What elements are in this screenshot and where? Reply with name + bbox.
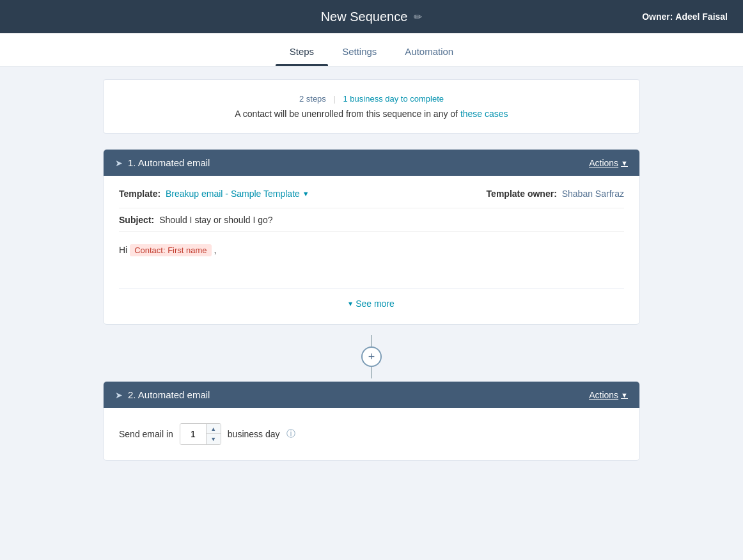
step-1-body: Template: Breakup email - Sample Templat…: [104, 176, 639, 324]
send-in-input[interactable]: [180, 424, 206, 444]
step-2-title: ➤ 2. Automated email: [115, 389, 210, 400]
subject-value: Should I stay or should I go?: [159, 215, 272, 225]
see-more-label: See more: [356, 299, 395, 309]
info-icon: ⓘ: [286, 428, 295, 440]
unenroll-text: A contact will be unenrolled from this s…: [235, 109, 458, 119]
step-1-label: 1. Automated email: [128, 157, 210, 168]
send-in-arrows: ▲ ▼: [206, 424, 221, 444]
step-1-template-field: Template: Breakup email - Sample Templat…: [119, 189, 309, 199]
send-in-row: Send email in ▲ ▼ business day ⓘ: [119, 421, 624, 447]
see-more-row: ▾ See more: [119, 288, 624, 311]
step-1-actions-chevron: ▼: [621, 159, 628, 167]
body-postfix: ,: [214, 245, 216, 255]
tab-steps[interactable]: Steps: [276, 37, 328, 66]
step-2-actions-chevron: ▼: [621, 391, 628, 399]
owner-info: Owner: Adeel Faisal: [642, 12, 728, 22]
template-label: Template:: [119, 189, 160, 199]
send-in-unit: business day: [228, 429, 280, 439]
step-2-header: ➤ 2. Automated email Actions ▼: [104, 382, 639, 408]
template-owner-value: Shaban Sarfraz: [562, 189, 624, 199]
step-2-body: Send email in ▲ ▼ business day ⓘ: [104, 408, 639, 460]
completion-time: 1 business day to complete: [343, 94, 444, 104]
connector-line-bottom: [371, 367, 372, 378]
owner-label: Owner:: [642, 12, 673, 22]
add-step-button[interactable]: +: [361, 346, 382, 367]
step-2-card: ➤ 2. Automated email Actions ▼ Send emai…: [103, 381, 640, 461]
template-link[interactable]: Breakup email - Sample Template ▼: [166, 189, 309, 199]
step-1-subject-row: Subject: Should I stay or should I go?: [119, 208, 624, 232]
these-cases-link[interactable]: these cases: [460, 109, 508, 119]
subject-label: Subject:: [119, 215, 154, 225]
edit-title-icon[interactable]: ✏: [414, 11, 422, 23]
step-2-actions-button[interactable]: Actions ▼: [589, 390, 628, 400]
owner-name: Adeel Faisal: [675, 12, 728, 22]
tab-settings[interactable]: Settings: [328, 37, 391, 66]
personalization-token: Contact: First name: [130, 244, 211, 256]
template-owner-label: Template owner:: [487, 189, 557, 199]
tabs-bar: Steps Settings Automation: [0, 33, 743, 66]
send-icon-1: ➤: [115, 158, 123, 168]
connector-line-top: [371, 335, 372, 346]
step-2-actions-label: Actions: [589, 390, 618, 400]
send-in-label: Send email in: [119, 429, 173, 439]
page-title-group: New Sequence ✏: [321, 10, 423, 24]
send-in-up-arrow[interactable]: ▲: [207, 424, 221, 434]
tab-automation[interactable]: Automation: [391, 37, 467, 66]
step-2-label: 2. Automated email: [128, 389, 210, 400]
see-more-chevron-icon: ▾: [348, 299, 352, 308]
step-1-actions-button[interactable]: Actions ▼: [589, 158, 628, 168]
send-icon-2: ➤: [115, 390, 123, 400]
template-chevron-icon: ▼: [302, 190, 309, 198]
step-1-title: ➤ 1. Automated email: [115, 157, 210, 168]
stats-divider: |: [333, 94, 335, 104]
summary-box: 2 steps | 1 business day to complete A c…: [103, 79, 640, 134]
send-in-down-arrow[interactable]: ▼: [207, 434, 221, 444]
unenroll-info: A contact will be unenrolled from this s…: [116, 109, 627, 119]
step-1-owner-field: Template owner: Shaban Sarfraz: [487, 189, 624, 199]
add-step-connector: +: [103, 335, 640, 378]
step-1-actions-label: Actions: [589, 158, 618, 168]
page-title: New Sequence: [321, 10, 408, 24]
step-1-template-row: Template: Breakup email - Sample Templat…: [119, 189, 624, 199]
main-content: 2 steps | 1 business day to complete A c…: [90, 79, 653, 497]
step-1-card: ➤ 1. Automated email Actions ▼ Template:…: [103, 149, 640, 325]
see-more-button[interactable]: ▾ See more: [348, 299, 395, 309]
step-1-email-body: Hi Contact: First name ,: [119, 241, 624, 279]
steps-count: 2 steps: [299, 94, 326, 104]
template-value: Breakup email - Sample Template: [166, 189, 300, 199]
top-navigation: New Sequence ✏ Owner: Adeel Faisal: [0, 0, 743, 33]
body-prefix: Hi: [119, 245, 127, 255]
send-in-stepper[interactable]: ▲ ▼: [180, 423, 221, 445]
step-1-header: ➤ 1. Automated email Actions ▼: [104, 150, 639, 176]
summary-stats: 2 steps | 1 business day to complete: [116, 94, 627, 104]
